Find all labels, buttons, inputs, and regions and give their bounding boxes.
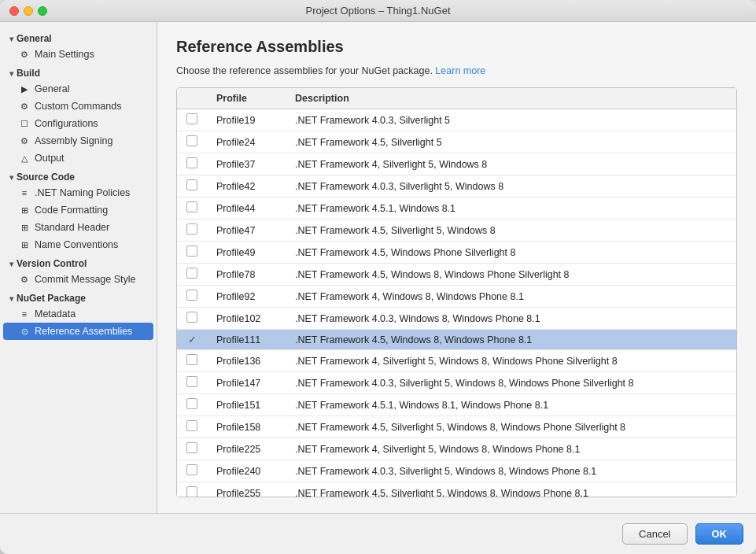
sidebar-item-code-formatting[interactable]: ⊞ Code Formatting bbox=[0, 201, 157, 219]
sidebar-section-version-control-label: Version Control bbox=[17, 258, 87, 269]
sidebar-item-custom-commands[interactable]: ⚙ Custom Commands bbox=[0, 98, 157, 115]
sidebar-section-nuget-package[interactable]: ▾ NuGet Package bbox=[0, 288, 157, 305]
sidebar-item-build-general[interactable]: ▶ General bbox=[0, 80, 157, 98]
row-checkbox-cell bbox=[177, 242, 207, 264]
minimize-button[interactable] bbox=[24, 6, 33, 16]
sidebar-item-naming-policies-label: .NET Naming Policies bbox=[35, 187, 130, 198]
maximize-button[interactable] bbox=[38, 6, 47, 16]
profiles-table: Profile Description Profile19.NET Framew… bbox=[177, 88, 736, 497]
arrow-icon: ▾ bbox=[9, 173, 13, 182]
sidebar-item-commit-message-style[interactable]: ⚙ Commit Message Style bbox=[0, 271, 157, 288]
gear-icon: ⚙ bbox=[19, 275, 30, 285]
close-button[interactable] bbox=[9, 6, 19, 16]
profiles-table-container: Profile Description Profile19.NET Framew… bbox=[176, 87, 737, 497]
table-row[interactable]: Profile225.NET Framework 4, Silverlight … bbox=[177, 438, 736, 460]
sidebar-item-output[interactable]: △ Output bbox=[0, 150, 157, 167]
sidebar-item-naming-policies[interactable]: ≡ .NET Naming Policies bbox=[0, 184, 157, 201]
sidebar-item-metadata[interactable]: ≡ Metadata bbox=[0, 305, 157, 323]
sidebar-item-reference-assemblies[interactable]: ⊙ Reference Assemblies bbox=[3, 323, 153, 340]
sidebar-item-standard-header-label: Standard Header bbox=[35, 222, 109, 233]
grid-icon: ⊞ bbox=[19, 205, 30, 216]
table-row[interactable]: Profile136.NET Framework 4, Silverlight … bbox=[177, 350, 736, 372]
checkbox[interactable] bbox=[186, 420, 197, 431]
row-profile: Profile151 bbox=[207, 394, 286, 416]
row-description: .NET Framework 4.0.3, Silverlight 5 bbox=[286, 109, 736, 131]
row-checkbox-cell bbox=[177, 198, 207, 220]
checkbox[interactable] bbox=[186, 113, 197, 124]
checkbox[interactable] bbox=[186, 268, 197, 279]
sidebar-item-configurations[interactable]: ☐ Configurations bbox=[0, 115, 157, 132]
sidebar-item-build-general-label: General bbox=[35, 83, 69, 94]
table-row[interactable]: Profile47.NET Framework 4.5, Silverlight… bbox=[177, 220, 736, 242]
row-checkbox-cell bbox=[177, 350, 207, 372]
row-profile: Profile255 bbox=[207, 482, 286, 498]
table-row[interactable]: Profile158.NET Framework 4.5, Silverligh… bbox=[177, 416, 736, 438]
gear-icon: ⚙ bbox=[19, 136, 30, 146]
sidebar-item-assembly-signing[interactable]: ⚙ Assembly Signing bbox=[0, 132, 157, 150]
checkbox[interactable] bbox=[186, 312, 197, 323]
checkbox[interactable] bbox=[186, 442, 197, 453]
table-row[interactable]: Profile255.NET Framework 4.5, Silverligh… bbox=[177, 482, 736, 498]
content-area: ▾ General ⚙ Main Settings ▾ Build ▶ Gene… bbox=[0, 22, 756, 513]
row-description: .NET Framework 4, Windows 8, Windows Pho… bbox=[286, 286, 736, 308]
col-profile: Profile bbox=[207, 88, 286, 109]
checkbox[interactable] bbox=[186, 354, 197, 365]
sidebar-item-name-conventions[interactable]: ⊞ Name Conventions bbox=[0, 236, 157, 253]
checkbox[interactable] bbox=[186, 486, 197, 497]
row-profile: Profile136 bbox=[207, 350, 286, 372]
checkbox[interactable] bbox=[186, 157, 197, 168]
description-text: Choose the reference assemblies for your… bbox=[176, 65, 433, 76]
checkbox[interactable] bbox=[186, 464, 197, 475]
sidebar-item-standard-header[interactable]: ⊞ Standard Header bbox=[0, 219, 157, 236]
checkbox[interactable] bbox=[186, 135, 197, 146]
row-description: .NET Framework 4.0.3, Windows 8, Windows… bbox=[286, 308, 736, 330]
checkbox[interactable] bbox=[186, 201, 197, 212]
row-description: .NET Framework 4.0.3, Silverlight 5, Win… bbox=[286, 175, 736, 198]
table-row[interactable]: ✓Profile111.NET Framework 4.5, Windows 8… bbox=[177, 330, 736, 350]
window-title: Project Options – Thing1.NuGet bbox=[305, 5, 450, 17]
table-row[interactable]: Profile147.NET Framework 4.0.3, Silverli… bbox=[177, 372, 736, 394]
arrow-icon: ▾ bbox=[9, 69, 13, 78]
table-row[interactable]: Profile49.NET Framework 4.5, Windows Pho… bbox=[177, 242, 736, 264]
row-checkbox-cell bbox=[177, 131, 207, 153]
table-row[interactable]: Profile42.NET Framework 4.0.3, Silverlig… bbox=[177, 175, 736, 198]
checkbox[interactable] bbox=[186, 376, 197, 387]
sidebar-section-build[interactable]: ▾ Build bbox=[0, 63, 157, 80]
checkbox[interactable] bbox=[186, 246, 197, 257]
row-profile: Profile240 bbox=[207, 460, 286, 482]
checkbox-icon: ☐ bbox=[19, 119, 30, 129]
learn-more-link[interactable]: Learn more bbox=[435, 65, 485, 76]
checkbox[interactable] bbox=[186, 290, 197, 301]
grid-icon: ⊞ bbox=[19, 240, 30, 250]
page-description: Choose the reference assemblies for your… bbox=[176, 65, 737, 76]
table-row[interactable]: Profile37.NET Framework 4, Silverlight 5… bbox=[177, 153, 736, 175]
sidebar-item-main-settings-label: Main Settings bbox=[35, 49, 94, 60]
sidebar-section-version-control[interactable]: ▾ Version Control bbox=[0, 253, 157, 271]
table-row[interactable]: Profile102.NET Framework 4.0.3, Windows … bbox=[177, 308, 736, 330]
table-row[interactable]: Profile19.NET Framework 4.0.3, Silverlig… bbox=[177, 109, 736, 131]
sidebar-section-general[interactable]: ▾ General bbox=[0, 28, 157, 46]
sidebar-item-main-settings[interactable]: ⚙ Main Settings bbox=[0, 46, 157, 63]
checkbox[interactable] bbox=[186, 398, 197, 409]
table-row[interactable]: Profile78.NET Framework 4.5, Windows 8, … bbox=[177, 264, 736, 286]
row-profile: Profile37 bbox=[207, 153, 286, 175]
checkbox[interactable] bbox=[186, 179, 197, 190]
table-row[interactable]: Profile44.NET Framework 4.5.1, Windows 8… bbox=[177, 198, 736, 220]
row-description: .NET Framework 4.5, Windows Phone Silver… bbox=[286, 242, 736, 264]
sidebar-section-source-code[interactable]: ▾ Source Code bbox=[0, 167, 157, 184]
row-checkbox-cell bbox=[177, 438, 207, 460]
table-row[interactable]: Profile92.NET Framework 4, Windows 8, Wi… bbox=[177, 286, 736, 308]
sidebar-item-configurations-label: Configurations bbox=[35, 118, 98, 129]
checkbox[interactable] bbox=[186, 223, 197, 235]
row-profile: Profile49 bbox=[207, 242, 286, 264]
ok-button[interactable]: OK bbox=[695, 523, 744, 545]
sidebar-item-metadata-label: Metadata bbox=[35, 308, 76, 319]
sidebar-item-output-label: Output bbox=[35, 153, 65, 164]
table-row[interactable]: Profile240.NET Framework 4.0.3, Silverli… bbox=[177, 460, 736, 482]
row-checkbox-cell bbox=[177, 460, 207, 482]
table-row[interactable]: Profile24.NET Framework 4.5, Silverlight… bbox=[177, 131, 736, 153]
cancel-button[interactable]: Cancel bbox=[622, 523, 687, 545]
row-description: .NET Framework 4.5, Silverlight 5, Windo… bbox=[286, 416, 736, 438]
table-row[interactable]: Profile151.NET Framework 4.5.1, Windows … bbox=[177, 394, 736, 416]
sidebar-section-nuget-package-label: NuGet Package bbox=[17, 293, 86, 304]
